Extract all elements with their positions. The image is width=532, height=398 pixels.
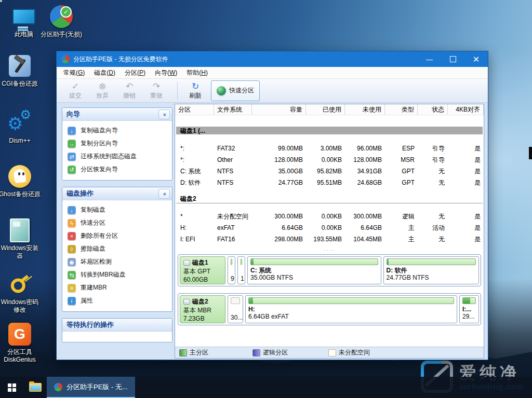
cell-已使用: 0.00KB — [306, 154, 345, 166]
sidebar-item-delete-all-partitions[interactable]: ×删除所有分区 — [62, 229, 172, 242]
partition-block[interactable]: 1 — [237, 256, 245, 284]
sidebar-item-properties[interactable]: i属性 — [62, 294, 172, 307]
table-row[interactable]: C: 系统NTFS35.00GB95.82MB34.91GBGPT无是 — [175, 166, 484, 177]
usage-strip — [231, 258, 232, 265]
sidebar-item-rebuild-mbr[interactable]: ≡重建MBR — [62, 281, 172, 294]
desktop-icon-label: Dism++ — [0, 137, 42, 145]
cell-未使用: 300.00MB — [345, 211, 385, 222]
partition-name: H: — [248, 306, 454, 313]
table-header: 分区文件系统容量已使用未使用类型状态4KB对齐 — [175, 104, 484, 115]
minimize-button[interactable]: — — [418, 51, 441, 67]
cell-类型: GPT — [385, 166, 418, 177]
collapse-chevron-icon[interactable]: « — [158, 189, 170, 199]
sidebar-item-partition-recovery-wizard[interactable]: ↺分区恢复向导 — [62, 163, 172, 176]
sidebar-item-label: 转换到MBR磁盘 — [81, 270, 126, 279]
table-row[interactable]: I: EFIFAT16298.00MB193.55MB104.45MB主无是 — [175, 234, 484, 245]
partition-block-d[interactable]: D: 软件24.77GB NTFS — [383, 256, 479, 284]
table-row[interactable]: *:Other128.00MB0.00KB128.00MBMSR引导是 — [175, 154, 484, 166]
legend-swatch-unalloc-icon — [328, 349, 336, 356]
sidebar-item-convert-to-mbr-disk[interactable]: ⇆转换到MBR磁盘 — [62, 268, 172, 281]
desktop-icon-ghost-backup-restore[interactable]: Ghost备份还原 — [0, 164, 42, 198]
sidebar-item-copy-disk[interactable]: ↓复制磁盘 — [62, 203, 172, 216]
desktop-icon-dism-plus-plus[interactable]: ⚙⚙Dism++ — [0, 111, 42, 145]
sidebar-section-2: 等待执行的操作 — [62, 318, 172, 342]
sidebar-item-copy-disk-wizard[interactable]: ↓复制磁盘向导 — [62, 124, 172, 137]
table-row[interactable]: D: 软件NTFS24.77GB95.51MB24.68GBGPT无是 — [175, 177, 484, 188]
cell-分区: D: 软件 — [175, 177, 214, 188]
cell-容量: 24.77GB — [252, 177, 306, 188]
menu-item-0[interactable]: 常规(G) — [59, 67, 89, 78]
column-header-4[interactable]: 未使用 — [345, 104, 385, 115]
start-button[interactable] — [0, 377, 24, 398]
column-header-7[interactable]: 4KB对齐 — [448, 104, 484, 115]
sidebar-item-quick-partition[interactable]: ϟ快速分区 — [62, 216, 172, 229]
cell-文件系统: exFAT — [214, 222, 252, 234]
toolbar-quick-partition-button[interactable]: 快速分区 — [211, 80, 260, 101]
windows-logo-icon — [8, 383, 16, 392]
disk-label[interactable]: 磁盘2基本 MBR7.23GB — [180, 295, 225, 323]
toolbar-refresh-button[interactable]: ↻刷新 — [182, 80, 209, 102]
sidebar-item-copy-partition-wizard[interactable]: →复制分区向导 — [62, 137, 172, 150]
cell-状态: 引导 — [418, 143, 448, 154]
desktop-icon-diskgenius[interactable]: G分区工具DiskGenius — [0, 322, 42, 364]
sidebar-section-1: 磁盘操作«↓复制磁盘ϟ快速分区×删除所有分区◊擦除磁盘◉坏扇区检测⇆转换到MBR… — [62, 187, 172, 312]
toolbar-label: 提交 — [69, 91, 82, 100]
partition-block[interactable]: 30... — [228, 295, 243, 323]
partition-recovery-wizard-icon: ↺ — [68, 166, 76, 174]
menu-item-1[interactable]: 磁盘(D) — [89, 67, 120, 78]
desktop-icon-cgi-backup-restore[interactable]: CGI备份还原 — [0, 53, 42, 88]
table-row[interactable]: *未分配空间300.00MB0.00KB300.00MB逻辑无是 — [175, 211, 484, 222]
disk-label[interactable]: 磁盘1基本 GPT60.00GB — [180, 256, 225, 284]
disk-group-header-2[interactable]: 磁盘2 — [176, 195, 483, 203]
menu-item-3[interactable]: 向导(W) — [150, 67, 182, 78]
close-button[interactable]: ✕ — [464, 51, 488, 67]
quick-partition-icon — [217, 86, 226, 95]
sidebar-item-wipe-disk[interactable]: ◊擦除磁盘 — [62, 242, 172, 255]
task-app-icon — [54, 383, 62, 391]
table-row[interactable]: *:FAT3299.00MB3.00MB96.00MBESP引导是 — [175, 143, 484, 154]
sidebar-item-label: 擦除磁盘 — [81, 244, 105, 253]
desktop-icon-label: Windows密码修改 — [0, 298, 42, 314]
copy-disk-icon: ↓ — [68, 206, 76, 214]
pending-operations-list — [62, 332, 172, 342]
column-header-2[interactable]: 容量 — [252, 104, 306, 115]
collapse-chevron-icon[interactable]: « — [158, 109, 170, 119]
column-header-5[interactable]: 类型 — [385, 104, 418, 115]
partition-assistant-icon — [49, 4, 74, 29]
wallpaper-stars — [0, 0, 2, 2]
column-header-1[interactable]: 文件系统 — [214, 104, 252, 115]
desktop-icon-partition-assistant[interactable]: 分区助手(无损) — [39, 4, 83, 38]
desktop-icon-windows-installer[interactable]: Windows安装器 — [0, 218, 42, 260]
sidebar-item-migrate-os-to-ssd[interactable]: ⇄迁移系统到固态磁盘 — [62, 150, 172, 163]
column-header-0[interactable]: 分区 — [175, 104, 214, 115]
taskbar-task-partition-assistant[interactable]: 分区助手PE版 - 无... — [47, 377, 135, 398]
file-explorer-button[interactable] — [24, 377, 47, 398]
table-row[interactable]: H:exFAT6.64GB0.00KB6.64GB主活动是 — [175, 222, 484, 234]
column-header-3[interactable]: 已使用 — [306, 104, 345, 115]
partition-block-c[interactable]: C: 系统35.00GB NTFS — [247, 256, 381, 284]
toolbar-label: 放弃 — [96, 91, 109, 100]
menu-item-2[interactable]: 分区(P) — [120, 67, 150, 78]
wipe-disk-icon: ◊ — [68, 245, 76, 253]
disk-group-header-1[interactable]: 磁盘1 (... — [176, 127, 483, 135]
sidebar-item-bad-sector-test[interactable]: ◉坏扇区检测 — [62, 255, 172, 268]
partition-info: 6.64GB exFAT — [248, 313, 454, 320]
column-header-6[interactable]: 状态 — [418, 104, 448, 115]
partition-block-h[interactable]: H:6.64GB exFAT — [245, 295, 457, 323]
maximize-button[interactable] — [441, 51, 464, 67]
menu-item-4[interactable]: 帮助(H) — [182, 67, 212, 78]
cell-文件系统: FAT16 — [214, 234, 252, 245]
toolbar-undo-button: ↶撤销 — [116, 80, 143, 102]
partition-block[interactable]: 9 — [228, 256, 235, 284]
splitter-handle[interactable]: ···· — [175, 248, 484, 253]
desktop: 此电脑分区助手(无损)CGI备份还原⚙⚙Dism++Ghost备份还原Windo… — [0, 0, 532, 398]
convert-to-mbr-disk-icon: ⇆ — [68, 271, 76, 279]
titlebar[interactable]: 分区助手PE版 - 无损分区免费软件 — ✕ — [57, 51, 488, 67]
sidebar-section-0: 向导«↓复制磁盘向导→复制分区向导⇄迁移系统到固态磁盘↺分区恢复向导 — [62, 107, 172, 181]
desktop-icon-windows-password-reset[interactable]: Windows密码修改 — [0, 272, 42, 314]
sidebar-item-label: 分区恢复向导 — [81, 165, 118, 174]
cell-已使用: 95.82MB — [306, 166, 345, 177]
undo-icon: ↶ — [126, 81, 133, 91]
partition-block-i[interactable]: I:...29... — [459, 295, 479, 323]
cell-容量: 6.64GB — [252, 222, 306, 234]
